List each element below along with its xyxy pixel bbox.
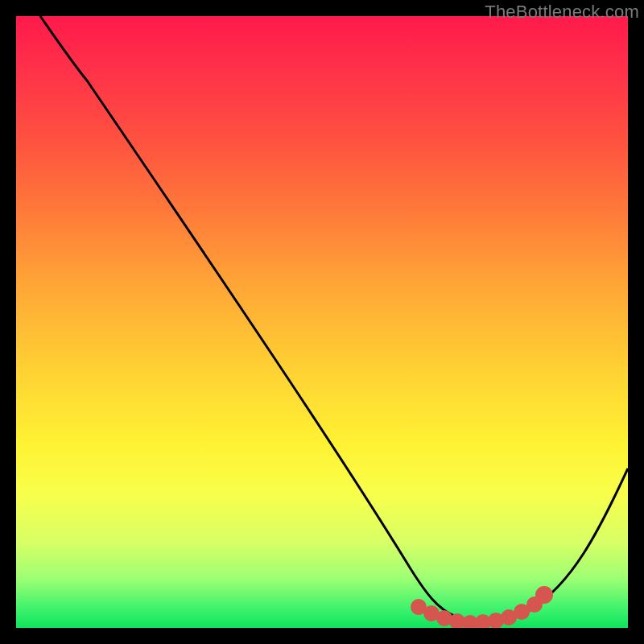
- svg-point-5: [478, 617, 488, 627]
- watermark-text: TheBottleneck.com: [485, 2, 639, 23]
- chart-frame: [16, 16, 628, 628]
- svg-point-10: [539, 589, 550, 601]
- svg-point-0: [414, 602, 423, 612]
- svg-point-1: [427, 609, 436, 618]
- svg-point-8: [517, 607, 526, 617]
- svg-point-4: [465, 618, 475, 628]
- svg-point-9: [530, 600, 539, 609]
- bottleneck-curve: [40, 16, 628, 621]
- svg-point-6: [491, 616, 501, 625]
- bottleneck-chart: [16, 16, 628, 628]
- svg-point-3: [452, 617, 462, 626]
- highlight-segment: [414, 589, 550, 628]
- svg-point-2: [440, 613, 449, 623]
- svg-point-7: [504, 613, 514, 622]
